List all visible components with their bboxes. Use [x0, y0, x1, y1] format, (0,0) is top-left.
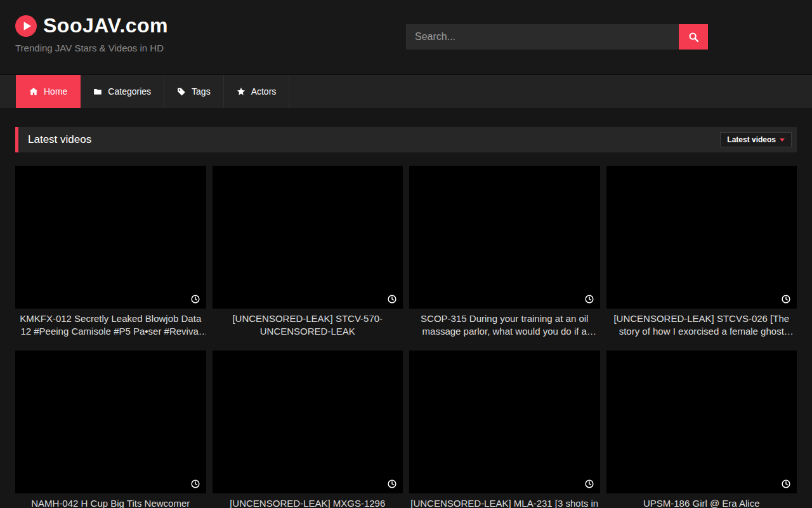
video-title[interactable]: [UNCENSORED-LEAK] STCV-570-UNCENSORED-LE…: [213, 312, 403, 338]
nav-label: Tags: [192, 86, 211, 97]
site-title[interactable]: SooJAV.com: [43, 14, 168, 37]
chevron-down-icon: [780, 138, 785, 142]
video-card[interactable]: [UNCENSORED-LEAK] MXGS-1296 Absolutely: [213, 351, 403, 508]
video-card[interactable]: [UNCENSORED-LEAK] MLA-231 [3 shots in: [409, 351, 600, 508]
video-title[interactable]: SCOP-315 During your training at an oil …: [409, 312, 600, 338]
clock-icon: [388, 479, 396, 488]
nav-label: Categories: [108, 86, 151, 97]
nav-item-categories[interactable]: Categories: [81, 75, 164, 108]
video-thumbnail[interactable]: [409, 166, 600, 309]
brand: SooJAV.com Trending JAV Stars & Videos i…: [15, 14, 168, 53]
video-title[interactable]: NAMH-042 H Cup Big Tits Newcomer (170cm …: [15, 497, 206, 508]
home-icon: [29, 87, 38, 96]
clock-icon: [388, 295, 396, 304]
clock-icon: [585, 479, 594, 488]
nav-item-tags[interactable]: Tags: [164, 75, 224, 108]
logo-link[interactable]: SooJAV.com: [15, 14, 168, 37]
folder-icon: [93, 87, 102, 96]
video-card[interactable]: UPSM-186 Girl @ Era Alice: [606, 351, 797, 508]
video-thumbnail[interactable]: [213, 166, 403, 309]
clock-icon: [191, 479, 200, 488]
clock-icon: [782, 295, 790, 304]
video-title[interactable]: [UNCENSORED-LEAK] MXGS-1296 Absolutely: [213, 497, 403, 508]
site-tagline: Trending JAV Stars & Videos in HD: [15, 43, 168, 53]
nav-label: Actors: [251, 86, 277, 97]
video-card[interactable]: KMKFX-012 Secretly Leaked Blowjob Data 1…: [15, 166, 206, 338]
search-icon: [688, 32, 699, 43]
clock-icon: [782, 479, 790, 488]
video-thumbnail[interactable]: [15, 166, 206, 309]
nav-item-actors[interactable]: Actors: [224, 75, 290, 108]
main-content: Latest videos Latest videos KMKFX-012 Se…: [0, 127, 812, 508]
sort-dropdown-button[interactable]: Latest videos: [720, 132, 792, 147]
clock-icon: [191, 295, 200, 304]
nav-item-home[interactable]: Home: [16, 75, 81, 108]
tag-icon: [177, 87, 186, 96]
play-circle-icon: [15, 15, 37, 37]
search-button[interactable]: [679, 24, 708, 50]
sort-dropdown-label: Latest videos: [727, 135, 776, 144]
video-title[interactable]: [UNCENSORED-LEAK] STCVS-026 [The story o…: [606, 312, 797, 338]
nav-label: Home: [44, 86, 67, 97]
star-icon: [237, 87, 246, 96]
section-header: Latest videos Latest videos: [15, 127, 797, 152]
video-thumbnail[interactable]: [606, 351, 797, 493]
search-form: [406, 24, 708, 50]
video-card[interactable]: [UNCENSORED-LEAK] STCV-570-UNCENSORED-LE…: [213, 166, 403, 338]
video-title[interactable]: KMKFX-012 Secretly Leaked Blowjob Data 1…: [15, 312, 206, 338]
search-input[interactable]: [406, 24, 679, 50]
video-card[interactable]: NAMH-042 H Cup Big Tits Newcomer (170cm …: [15, 351, 206, 508]
video-thumbnail[interactable]: [213, 351, 403, 493]
video-grid: KMKFX-012 Secretly Leaked Blowjob Data 1…: [15, 166, 797, 508]
video-title[interactable]: [UNCENSORED-LEAK] MLA-231 [3 shots in: [409, 497, 600, 508]
video-thumbnail[interactable]: [606, 166, 797, 309]
video-card[interactable]: SCOP-315 During your training at an oil …: [409, 166, 600, 338]
main-nav: Home Categories Tags Actors: [0, 74, 812, 108]
video-thumbnail[interactable]: [15, 351, 206, 493]
video-thumbnail[interactable]: [409, 351, 600, 493]
video-title[interactable]: UPSM-186 Girl @ Era Alice: [606, 497, 797, 508]
section-title: Latest videos: [28, 133, 91, 146]
site-header: SooJAV.com Trending JAV Stars & Videos i…: [0, 0, 812, 74]
video-card[interactable]: [UNCENSORED-LEAK] STCVS-026 [The story o…: [606, 166, 797, 338]
clock-icon: [585, 295, 594, 304]
